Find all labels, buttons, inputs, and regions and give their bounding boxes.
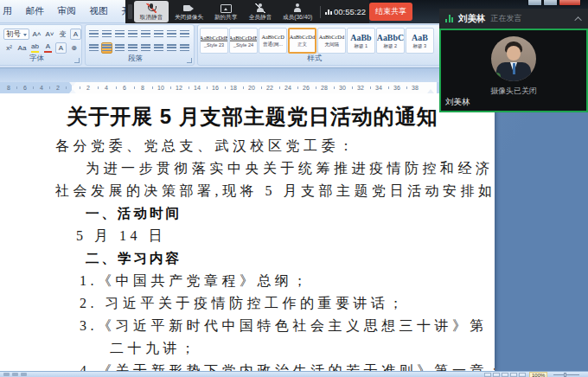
font-dialog-launcher-icon[interactable] [74,58,80,63]
view-web-icon[interactable] [502,373,508,377]
style-_Style 24[interactable]: AaBbCcDdE_Style 24 [229,28,258,54]
ruler-number: 8 [4,82,13,93]
enclose-char-icon[interactable]: ⊕ [68,42,80,54]
zoom-slider-knob[interactable] [564,373,566,377]
highlight-color-icon[interactable]: ab [29,42,41,54]
style-正文[interactable]: AaBbCcDd正文 [288,28,316,54]
ruler-number: 4 [37,82,46,93]
view-print-layout-icon[interactable] [484,373,491,377]
document-page[interactable]: 关于开展 5 月支部主题党日活动的通知 各分党委、党总支、武汉校区党工委：为进一… [0,93,495,371]
new-share-button[interactable]: 新的共享 [208,1,243,22]
ruler-number: 18 [229,82,238,93]
style-sample: AaBbCcDd [290,34,315,40]
window-controls [527,0,581,6]
align-right-icon[interactable] [114,42,125,54]
paragraph-group-label: 段落 [86,54,185,64]
doc-line: 3.《习近平新时代中国特色社会主义思想三十讲》第 [0,315,495,337]
style-标题 2[interactable]: AaBbC标题 2 [376,28,405,54]
superscript-icon[interactable]: x² [3,42,15,54]
ruler-tick [406,86,407,89]
asian-layout-icon[interactable] [153,29,164,40]
style-_Style 23[interactable]: AaBbCcDdE_Style 23 [200,28,228,54]
align-center-icon[interactable] [101,42,112,54]
paragraph-dialog-launcher-icon[interactable] [187,58,192,63]
zoom-level[interactable]: 100% [529,372,547,377]
justify-icon[interactable] [127,42,138,54]
font-group: 初号A˄A˅变A x²AaabAA⊕ 字体 [0,24,82,66]
camera-off-button[interactable]: 关闭摄像头 [169,1,208,22]
align-left-icon[interactable] [88,42,99,54]
phonetic-guide-icon[interactable]: 变 [57,29,68,40]
ruler-number: 36 [393,82,401,93]
status-page-icon [3,373,10,376]
maximize-icon[interactable] [543,0,558,6]
font-size-combo[interactable]: 初号 [3,29,29,40]
sort-icon[interactable] [166,29,177,40]
show-marks-icon-glyph [180,30,189,38]
hanging-indent-marker[interactable] [69,86,76,93]
ruler-tick [388,86,389,89]
view-outline-icon[interactable] [510,373,517,377]
horizontal-ruler[interactable]: 86422468101214161820222426283032343638 [0,82,495,93]
justify-icon-glyph [128,44,137,52]
multilevel-list-icon[interactable] [114,29,125,40]
ruler-number: 2 [54,82,62,93]
doc-line: 5 月 14 日 [0,225,495,247]
toolbar-drag-handle[interactable] [128,4,132,19]
distribute-icon[interactable] [140,42,151,54]
borders-icon[interactable] [179,42,190,54]
style-sample: AaBbCcD [261,34,284,40]
decrease-indent-icon[interactable] [127,29,138,40]
bullets-icon[interactable] [88,29,99,40]
video-panel[interactable]: 刘美林 正在发言 摄像头已关闭 刘美林 [439,9,588,112]
combo-caret-icon [23,34,27,38]
style-无间隔[interactable]: AaBbCcDd无间隔 [317,28,346,54]
char-shading-icon[interactable]: A [55,42,67,54]
end-share-button[interactable]: 结束共享 [369,3,412,21]
ruler-number: 6 [21,82,29,93]
speaking-volume-icon [445,15,453,22]
view-draft-icon[interactable] [519,373,526,377]
style-标题 1[interactable]: AaBb标题 1 [347,28,375,54]
line-spacing-icon[interactable] [153,42,164,54]
unmute-button[interactable]: 取消静音 [134,1,169,22]
mute-all-button[interactable]: 全员静音 [243,1,278,22]
screen: 用邮件审阅视图开发工具 初号A˄A˅变A x²AaabAA⊕ 字体 段落 AaB… [0,0,588,377]
numbering-icon[interactable] [101,29,112,40]
show-marks-icon[interactable] [179,29,190,40]
ruler-number: 28 [320,82,329,93]
font-color-icon[interactable]: A [42,42,54,54]
style-普通(网...[interactable]: AaBbCcD普通(网... [259,28,287,54]
view-fullscreen-icon[interactable] [493,373,500,377]
change-case-icon[interactable]: Aa [16,42,28,54]
ruler-tick [16,86,17,89]
style-sample: AaBbCcDdE [229,35,258,41]
ruler-tick [279,86,280,89]
style-sample: AaBb [350,32,371,42]
shrink-font-icon[interactable]: A˅ [44,29,55,40]
tab-yong[interactable]: 用 [0,0,19,22]
align-center-icon-glyph [102,44,112,52]
share-screen-icon [220,3,231,13]
members-button[interactable]: 成员(36/40) [278,1,317,22]
doc-line: 一、活动时间 [0,202,495,225]
font-color-icon-bar [44,51,52,54]
ruler-number: 8 [138,82,147,93]
increase-indent-icon[interactable] [140,29,151,40]
char-border-icon[interactable]: A [70,29,81,40]
style-标题 3[interactable]: AaB标题 3 [406,28,434,54]
close-icon[interactable] [559,0,581,6]
right-indent-marker[interactable] [427,86,434,93]
ruler-tick [49,86,50,89]
paragraph-group: 段落 [85,24,195,66]
minimize-icon[interactable] [527,0,542,6]
style-sample: AaB [412,32,428,42]
zoom-slider[interactable] [553,374,579,375]
style-name: 普通(网... [263,41,283,48]
ruler-number: 16 [211,82,220,93]
tab-review[interactable]: 审阅 [51,0,83,22]
tab-view[interactable]: 视图 [83,0,115,22]
grow-font-icon[interactable]: A˄ [31,29,42,40]
shading-icon[interactable] [166,42,177,54]
tab-mailings[interactable]: 邮件 [19,0,51,22]
